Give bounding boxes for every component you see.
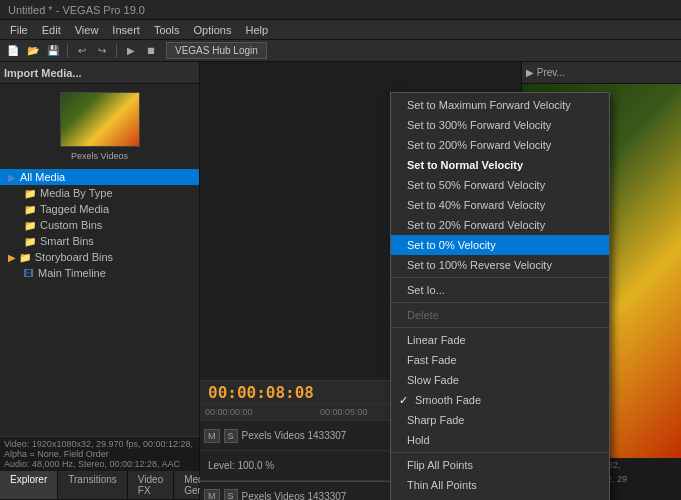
- ctx-normal-velocity[interactable]: Set to Normal Velocity: [391, 155, 609, 175]
- ctx-reset-all[interactable]: Reset All: [391, 495, 609, 500]
- context-menu: Set to Maximum Forward Velocity Set to 3…: [390, 92, 610, 500]
- track-label-3: M S Pexels Videos 1433307: [200, 481, 399, 500]
- app-title: Untitled * - VEGAS Pro 19.0: [8, 4, 145, 16]
- ctx-sep-1: [391, 277, 609, 278]
- tree-item-smart-bins[interactable]: 📁 Smart Bins: [0, 233, 199, 249]
- media-tree: ▶ All Media 📁 Media By Type 📁 Tagged Med…: [0, 165, 199, 436]
- stop-btn[interactable]: ⏹: [142, 42, 160, 60]
- ctx-sep-3: [391, 327, 609, 328]
- ctx-50-forward[interactable]: Set to 50% Forward Velocity: [391, 175, 609, 195]
- tree-label-4: Custom Bins: [40, 219, 102, 231]
- ctx-sharp-fade[interactable]: Sharp Fade: [391, 410, 609, 430]
- media-status-video: Video: 1920x1080x32, 29.970 fps, 00:00:1…: [0, 436, 199, 471]
- ctx-linear-fade[interactable]: Linear Fade: [391, 330, 609, 350]
- ctx-thin-all[interactable]: Thin All Points: [391, 475, 609, 495]
- titlebar: Untitled * - VEGAS Pro 19.0: [0, 0, 681, 20]
- tab-transitions[interactable]: Transitions: [58, 471, 128, 499]
- ctx-delete: Delete: [391, 305, 609, 325]
- tree-item-tagged[interactable]: 📁 Tagged Media: [0, 201, 199, 217]
- tree-item-custom-bins[interactable]: 📁 Custom Bins: [0, 217, 199, 233]
- new-btn[interactable]: 📄: [4, 42, 22, 60]
- preview-title: ▶ Prev...: [526, 67, 565, 78]
- menu-insert[interactable]: Insert: [106, 22, 146, 38]
- tab-explorer[interactable]: Explorer: [0, 471, 58, 499]
- thumb-image: [61, 93, 139, 146]
- smooth-fade-check: ✓: [399, 394, 408, 407]
- ctx-smooth-fade[interactable]: ✓ Smooth Fade: [391, 390, 609, 410]
- timeline-icon: 🎞: [24, 268, 34, 279]
- folder-icon: ▶: [8, 172, 16, 183]
- folder-icon-2: 📁: [24, 188, 36, 199]
- save-btn[interactable]: 💾: [44, 42, 62, 60]
- sep1: [67, 44, 68, 58]
- ctx-hold[interactable]: Hold: [391, 430, 609, 450]
- ctx-0-velocity[interactable]: Set to 0% Velocity: [391, 235, 609, 255]
- media-thumbnail: [60, 92, 140, 147]
- menu-view[interactable]: View: [69, 22, 105, 38]
- tree-label-3: Tagged Media: [40, 203, 109, 215]
- ctx-200-forward[interactable]: Set to 200% Forward Velocity: [391, 135, 609, 155]
- track-m-btn-2[interactable]: M: [204, 489, 220, 500]
- ctx-300-forward[interactable]: Set to 300% Forward Velocity: [391, 115, 609, 135]
- tree-label-7: Main Timeline: [38, 267, 106, 279]
- folder-icon-6: ▶ 📁: [8, 252, 31, 263]
- track-label-2: Level: 100.0 %: [200, 451, 399, 481]
- center-panel: Set to Maximum Forward Velocity Set to 3…: [200, 62, 521, 500]
- menu-options[interactable]: Options: [188, 22, 238, 38]
- toolbar: 📄 📂 💾 ↩ ↪ ▶ ⏹ VEGAS Hub Login: [0, 40, 681, 62]
- thumb-label: Pexels Videos: [4, 151, 195, 161]
- track-name-1: Pexels Videos 1433307: [242, 430, 347, 441]
- timecode-display: 00:00:08:08: [208, 383, 314, 402]
- ctx-fast-fade[interactable]: Fast Fade: [391, 350, 609, 370]
- folder-icon-5: 📁: [24, 236, 36, 247]
- folder-icon-3: 📁: [24, 204, 36, 215]
- track-label-1: M S Pexels Videos 1433307: [200, 421, 399, 451]
- media-panel-header: Import Media...: [0, 62, 199, 84]
- ruler-mark-2: 00:00:05:00: [320, 407, 368, 417]
- tree-item-all-media[interactable]: ▶ All Media: [0, 169, 199, 185]
- menu-help[interactable]: Help: [239, 22, 274, 38]
- ctx-sep-2: [391, 302, 609, 303]
- tab-video-fx[interactable]: Video FX: [128, 471, 174, 499]
- menu-edit[interactable]: Edit: [36, 22, 67, 38]
- tree-item-main-timeline[interactable]: 🎞 Main Timeline: [0, 265, 199, 281]
- folder-icon-4: 📁: [24, 220, 36, 231]
- open-btn[interactable]: 📂: [24, 42, 42, 60]
- media-thumb-area: Pexels Videos: [0, 84, 199, 165]
- track-s-btn-1[interactable]: S: [224, 429, 238, 443]
- menu-file[interactable]: File: [4, 22, 34, 38]
- redo-btn[interactable]: ↪: [93, 42, 111, 60]
- menubar: File Edit View Insert Tools Options Help: [0, 20, 681, 40]
- tree-label-2: Media By Type: [40, 187, 113, 199]
- track-labels: M S Pexels Videos 1433307 Level: 100.0 %…: [200, 421, 400, 500]
- preview-header: ▶ Prev...: [522, 62, 681, 84]
- track-name-2: Pexels Videos 1433307: [242, 491, 347, 501]
- ctx-20-forward[interactable]: Set to 20% Forward Velocity: [391, 215, 609, 235]
- ctx-slow-fade[interactable]: Slow Fade: [391, 370, 609, 390]
- ctx-sep-4: [391, 452, 609, 453]
- left-panel: Import Media... Pexels Videos ▶ All Medi…: [0, 62, 200, 500]
- undo-btn[interactable]: ↩: [73, 42, 91, 60]
- bottom-tabs: Explorer Transitions Video FX Media Gene…: [0, 471, 199, 500]
- track-m-btn-1[interactable]: M: [204, 429, 220, 443]
- vegas-hub-btn[interactable]: VEGAS Hub Login: [166, 42, 267, 59]
- menu-tools[interactable]: Tools: [148, 22, 186, 38]
- level-indicator: Level: 100.0 %: [204, 458, 278, 473]
- ctx-max-forward[interactable]: Set to Maximum Forward Velocity: [391, 95, 609, 115]
- ctx-set-io[interactable]: Set Io...: [391, 280, 609, 300]
- play-btn[interactable]: ▶: [122, 42, 140, 60]
- media-panel-title: Import Media...: [4, 67, 82, 79]
- tree-item-storyboard[interactable]: ▶ 📁 Storyboard Bins: [0, 249, 199, 265]
- sep2: [116, 44, 117, 58]
- ctx-flip-all[interactable]: Flip All Points: [391, 455, 609, 475]
- tree-item-media-by-type[interactable]: 📁 Media By Type: [0, 185, 199, 201]
- ctx-100-reverse[interactable]: Set to 100% Reverse Velocity: [391, 255, 609, 275]
- tree-label-5: Smart Bins: [40, 235, 94, 247]
- tree-label-6: Storyboard Bins: [35, 251, 113, 263]
- ctx-40-forward[interactable]: Set to 40% Forward Velocity: [391, 195, 609, 215]
- tree-item-label: All Media: [20, 171, 65, 183]
- ruler-mark-1: 00:00:00:00: [205, 407, 253, 417]
- main-layout: Import Media... Pexels Videos ▶ All Medi…: [0, 62, 681, 500]
- track-s-btn-2[interactable]: S: [224, 489, 238, 500]
